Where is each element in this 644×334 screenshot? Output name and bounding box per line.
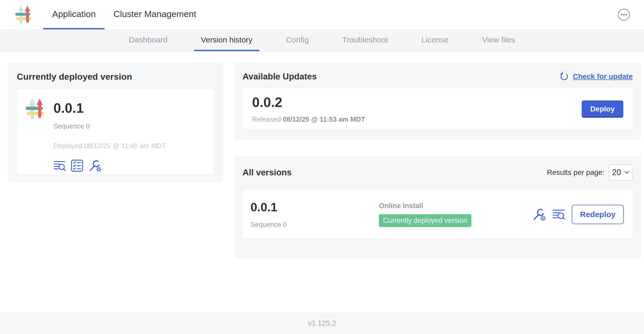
app-logo-icon	[14, 0, 35, 29]
app-subnav: Dashboard Version history Config Trouble…	[0, 30, 644, 51]
results-per-page-value: 20	[612, 168, 621, 177]
deployed-timestamp: Deployed 08/12/25 @ 11:40 am MDT	[53, 142, 166, 150]
refresh-icon	[559, 72, 569, 82]
subnav-tab-config[interactable]: Config	[279, 30, 316, 51]
deployed-sequence: Sequence 0	[53, 122, 166, 130]
config-icon[interactable]	[88, 159, 102, 173]
available-updates-panel: Available Updates Check for update 0.0.2…	[234, 63, 641, 140]
subnav-tab-view-files[interactable]: View files	[475, 30, 522, 51]
tab-application[interactable]: Application	[43, 0, 105, 29]
deployed-info: 0.0.1 Sequence 0 Deployed 08/12/25 @ 11:…	[53, 95, 166, 168]
row-version-block: 0.0.1 Sequence 0	[250, 200, 379, 229]
deployed-actions	[53, 159, 166, 173]
deployed-version-number: 0.0.1	[53, 100, 166, 116]
row-version-number: 0.0.1	[250, 200, 379, 214]
currently-deployed-title: Currently deployed version	[17, 72, 214, 82]
top-header: Application Cluster Management	[0, 0, 644, 30]
update-info: 0.0.2 Released 08/12/25 @ 11:53 am MDT	[252, 94, 365, 123]
all-versions-panel: All versions Results per page: 20 0.0.1 …	[234, 156, 641, 258]
subnav-tab-dashboard[interactable]: Dashboard	[122, 30, 174, 51]
available-updates-title: Available Updates	[243, 72, 317, 82]
check-for-update-label: Check for update	[573, 72, 633, 81]
install-type: Online Install	[379, 202, 532, 210]
tab-application-label: Application	[52, 9, 96, 19]
results-per-page-label: Results per page:	[547, 168, 604, 177]
main-content: Currently deployed version 0.0.1 Sequenc…	[0, 51, 644, 313]
deploy-button[interactable]: Deploy	[582, 100, 623, 118]
release-notes-icon[interactable]	[53, 159, 66, 172]
check-for-update-link[interactable]: Check for update	[559, 72, 633, 82]
redeploy-button[interactable]: Redeploy	[572, 205, 624, 224]
currently-deployed-badge: Currently deployed version	[379, 214, 471, 227]
tab-cluster-management[interactable]: Cluster Management	[105, 0, 205, 29]
right-column: Available Updates Check for update 0.0.2…	[234, 63, 641, 258]
header-right	[617, 0, 644, 29]
update-version-number: 0.0.2	[252, 94, 365, 110]
released-label: Released	[252, 115, 281, 123]
all-versions-title: All versions	[243, 168, 292, 177]
results-per-page-select[interactable]: 20	[609, 164, 633, 181]
console-version: v1.125.2	[308, 319, 336, 327]
subnav-tab-license[interactable]: License	[414, 30, 455, 51]
currently-deployed-panel: Currently deployed version 0.0.1 Sequenc…	[8, 63, 222, 182]
results-per-page-group: Results per page: 20	[547, 164, 633, 181]
subnav-tab-license-label: License	[421, 35, 448, 44]
subnav-tab-version-history-label: Version history	[201, 35, 253, 44]
subnav-tab-dashboard-label: Dashboard	[129, 35, 167, 44]
available-update-card: 0.0.2 Released 08/12/25 @ 11:53 am MDT D…	[243, 88, 633, 130]
update-released-line: Released 08/12/25 @ 11:53 am MDT	[252, 115, 365, 123]
page-footer: v1.125.2	[0, 313, 644, 334]
app-version-logo-icon	[25, 96, 49, 168]
released-timestamp: 08/12/25 @ 11:53 am MDT	[283, 115, 365, 123]
more-options-button[interactable]	[617, 8, 630, 21]
tab-cluster-management-label: Cluster Management	[113, 9, 196, 19]
subnav-tab-version-history[interactable]: Version history	[194, 30, 259, 51]
preflight-checks-icon[interactable]	[71, 159, 83, 172]
currently-deployed-card: 0.0.1 Sequence 0 Deployed 08/12/25 @ 11:…	[17, 89, 214, 175]
header-tabs: Application Cluster Management	[43, 0, 205, 29]
subnav-tab-troubleshoot-label: Troubleshoot	[342, 35, 388, 44]
chevron-down-icon	[624, 171, 629, 174]
row-config-icon[interactable]	[532, 207, 546, 222]
subnav-tab-config-label: Config	[286, 35, 309, 44]
version-row: 0.0.1 Sequence 0 Online Install Currentl…	[243, 190, 633, 239]
row-release-notes-icon[interactable]	[552, 208, 565, 221]
subnav-tab-troubleshoot[interactable]: Troubleshoot	[335, 30, 395, 51]
subnav-tab-view-files-label: View files	[482, 35, 515, 44]
ellipsis-icon	[617, 8, 630, 21]
row-sequence: Sequence 0	[250, 220, 379, 229]
row-status-block: Online Install Currently deployed versio…	[379, 202, 532, 227]
row-actions: Redeploy	[532, 205, 625, 224]
